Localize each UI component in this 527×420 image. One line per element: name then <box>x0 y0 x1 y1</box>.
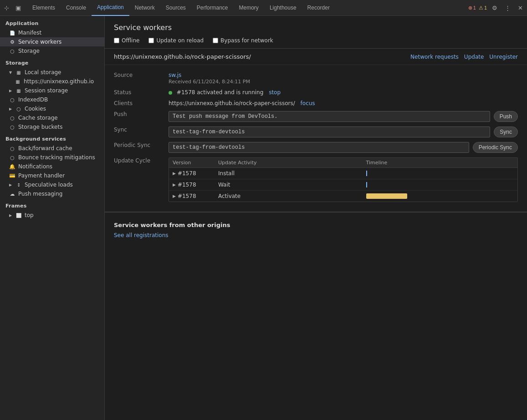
sync-row: Sync Sync <box>114 124 518 140</box>
stop-link[interactable]: stop <box>269 89 281 96</box>
sw-entry-header: https://unixnexo.github.io/rock-paper-sc… <box>105 49 527 65</box>
update-cycle-label: Update Cycle <box>114 157 169 164</box>
tab-recorder[interactable]: Recorder <box>302 0 335 16</box>
backforward-icon: ○ <box>9 145 15 152</box>
sidebar-item-indexeddb[interactable]: ○ IndexedDB <box>0 95 104 104</box>
sidebar-item-unixnexo[interactable]: ▦ https://unixnexo.github.io <box>0 77 104 86</box>
sidebar-section-application: Application <box>0 16 104 28</box>
table-row[interactable]: ▶ #1578 Wait <box>169 179 517 191</box>
tab-lighthouse[interactable]: Lighthouse <box>264 0 302 16</box>
sidebar-item-notifications[interactable]: 🔔 Notifications <box>0 162 104 171</box>
more-options-icon[interactable]: ⋮ <box>502 3 513 13</box>
version-value-2: #1578 <box>178 193 196 199</box>
update-cycle-header: Version Update Activity Timeline <box>169 158 517 168</box>
periodic-sync-row: Periodic Sync Periodic Sync <box>114 140 518 155</box>
push-value: Push <box>169 111 518 122</box>
source-label: Source <box>114 72 169 78</box>
network-requests-link[interactable]: Network requests <box>410 54 459 60</box>
sidebar-item-frames-top[interactable]: ⬜ top <box>0 211 104 220</box>
sidebar-item-bounce-tracking[interactable]: ○ Bounce tracking mitigations <box>0 153 104 162</box>
offline-checkbox[interactable] <box>114 38 119 43</box>
update-on-reload-label: Update on reload <box>156 37 204 44</box>
row-expand-icon-2[interactable]: ▶ <box>173 194 176 198</box>
sync-input[interactable] <box>169 127 490 137</box>
bypass-for-network-checkbox[interactable] <box>213 38 218 43</box>
see-all-registrations-link[interactable]: See all registrations <box>114 232 169 238</box>
update-link[interactable]: Update <box>464 54 484 60</box>
local-storage-icon: ▦ <box>15 69 22 76</box>
sidebar-item-local-storage[interactable]: ▦ Local storage <box>0 68 104 77</box>
expand-frames-icon <box>9 213 13 218</box>
speculative-icon: ↕ <box>15 182 22 188</box>
tab-bar-right: ⊗ 1 ⚠ 1 ⚙ ⋮ ✕ <box>468 3 525 13</box>
timeline-cell-1 <box>366 182 514 187</box>
row-expand-icon-1[interactable]: ▶ <box>173 182 176 187</box>
timeline-cell-0 <box>366 171 514 176</box>
version-cell-2: ▶ #1578 <box>173 193 218 199</box>
version-cell-0: ▶ #1578 <box>173 170 218 177</box>
error-badge[interactable]: ⊗ 1 <box>468 5 476 11</box>
offline-checkbox-label[interactable]: Offline <box>114 37 139 44</box>
error-icon: ⊗ <box>468 5 472 11</box>
tab-elements[interactable]: Elements <box>27 0 61 16</box>
sidebar-item-storage[interactable]: ○ Storage <box>0 46 104 56</box>
version-cell-1: ▶ #1578 <box>173 182 218 188</box>
periodic-sync-label: Periodic Sync <box>114 142 169 148</box>
bypass-for-network-label: Bypass for network <box>220 37 273 44</box>
periodic-sync-button[interactable]: Periodic Sync <box>473 142 518 153</box>
sidebar-item-cache-storage[interactable]: ○ Cache storage <box>0 113 104 122</box>
timeline-cell-2 <box>366 193 514 199</box>
clients-label: Clients <box>114 100 169 106</box>
expand-session-storage-icon <box>9 88 13 93</box>
update-cycle-col-timeline: Timeline <box>366 160 514 166</box>
status-row: Status #1578 activated and is running st… <box>114 87 518 98</box>
tab-network[interactable]: Network <box>129 0 160 16</box>
source-link[interactable]: sw.js <box>169 72 181 78</box>
sync-button[interactable]: Sync <box>494 127 518 137</box>
tab-performance[interactable]: Performance <box>191 0 234 16</box>
table-row[interactable]: ▶ #1578 Activate <box>169 191 517 202</box>
sidebar-item-manifest[interactable]: 📄 Manifest <box>0 28 104 37</box>
sidebar-item-push-messaging[interactable]: ☁ Push messaging <box>0 189 104 198</box>
sidebar-item-session-storage[interactable]: ▦ Session storage <box>0 86 104 95</box>
push-input-row: Push <box>169 111 518 122</box>
push-input[interactable] <box>169 111 490 122</box>
bypass-for-network-checkbox-label[interactable]: Bypass for network <box>213 37 273 44</box>
update-cycle-table: Version Update Activity Timeline ▶ #1578 <box>169 157 518 202</box>
sidebar-item-storage-buckets[interactable]: ○ Storage buckets <box>0 122 104 132</box>
table-row[interactable]: ▶ #1578 Install <box>169 168 517 179</box>
expand-speculative-icon <box>9 182 13 187</box>
inspect-icon[interactable]: ⊹ <box>2 3 11 13</box>
update-on-reload-checkbox-label[interactable]: Update on reload <box>148 37 204 44</box>
tab-memory[interactable]: Memory <box>234 0 264 16</box>
sidebar-label-session-storage: Session storage <box>25 87 68 94</box>
sidebar-item-cookies[interactable]: ○ Cookies <box>0 104 104 113</box>
devtools-icons: ⊹ ▣ <box>2 3 23 13</box>
sidebar-item-service-workers[interactable]: ⚙ Service workers <box>0 37 104 46</box>
other-origins-section: Service workers from other origins See a… <box>105 212 527 248</box>
tab-console[interactable]: Console <box>61 0 92 16</box>
warning-badge[interactable]: ⚠ 1 <box>479 5 487 11</box>
service-workers-title: Service workers <box>114 23 518 32</box>
settings-icon[interactable]: ⚙ <box>490 3 500 13</box>
sw-actions: Network requests Update Unregister <box>410 54 518 60</box>
sidebar-item-speculative-loads[interactable]: ↕ Speculative loads <box>0 180 104 189</box>
device-icon[interactable]: ▣ <box>13 3 23 13</box>
unregister-link[interactable]: Unregister <box>489 54 518 60</box>
focus-link[interactable]: focus <box>301 100 315 106</box>
sidebar-label-push-messaging: Push messaging <box>18 191 62 197</box>
push-button[interactable]: Push <box>494 111 518 122</box>
sidebar-item-payment-handler[interactable]: 💳 Payment handler <box>0 171 104 180</box>
update-on-reload-checkbox[interactable] <box>148 38 154 43</box>
sidebar-item-backforward-cache[interactable]: ○ Back/forward cache <box>0 144 104 153</box>
status-label: Status <box>114 89 169 96</box>
row-expand-icon-0[interactable]: ▶ <box>173 171 176 176</box>
tab-sources[interactable]: Sources <box>160 0 191 16</box>
sync-label: Sync <box>114 127 169 133</box>
close-icon[interactable]: ✕ <box>516 3 525 13</box>
periodic-sync-input[interactable] <box>169 142 469 153</box>
sidebar-label-service-workers: Service workers <box>18 39 61 45</box>
sidebar-section-frames: Frames <box>0 198 104 211</box>
clients-value: https://unixnexo.github.io/rock-paper-sc… <box>169 100 518 106</box>
tab-application[interactable]: Application <box>92 0 129 16</box>
